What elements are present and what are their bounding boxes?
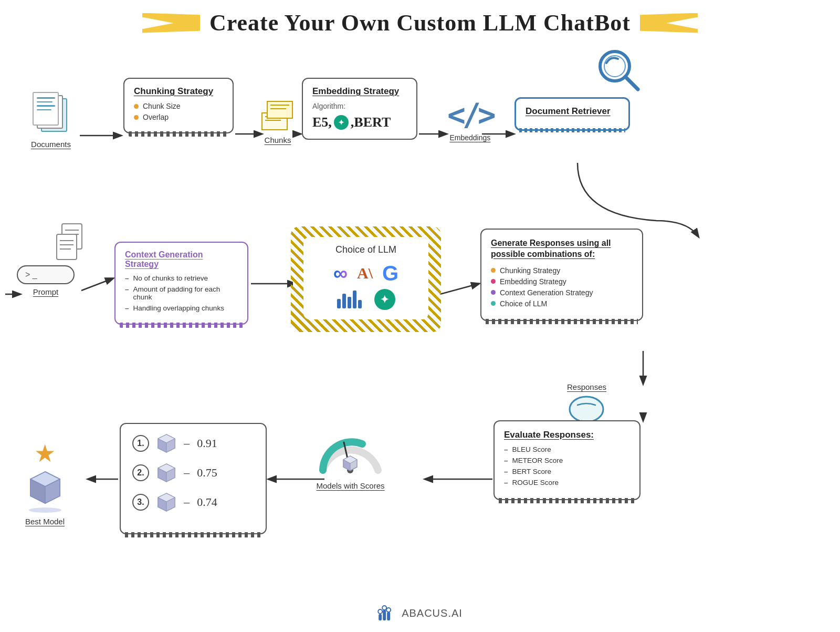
context-title: Context Generation Strategy xyxy=(125,250,238,269)
chunks-icon xyxy=(261,101,294,132)
rogue-label: ROGUE Score xyxy=(512,479,559,486)
brand-suffix: .AI xyxy=(448,607,462,619)
meta-logo-icon: ∞ xyxy=(333,263,348,283)
bleu-dash: – xyxy=(504,445,508,453)
rank-num-2: 2. xyxy=(132,464,149,481)
svg-rect-21 xyxy=(57,234,77,260)
prompt-section: > _ Prompt xyxy=(17,265,75,296)
bleu-score-item: – BLEU Score xyxy=(504,445,630,453)
rank-cube-2-icon xyxy=(156,463,176,483)
gen-embedding: Embedding Strategy xyxy=(491,277,633,286)
responses-label: Responses xyxy=(567,382,606,391)
gen-context-label: Context Generation Strategy xyxy=(500,288,593,297)
overlap-label: Overlap xyxy=(143,113,169,121)
documents-icon xyxy=(33,92,69,137)
chunk-size-label: Chunk Size xyxy=(143,102,181,110)
chunk-rect-top xyxy=(267,101,293,119)
evaluate-title: Evaluate Responses: xyxy=(504,430,630,440)
svg-rect-48 xyxy=(383,610,386,620)
ranked-models-box: 1. – 0.91 2. – 0.75 3. xyxy=(120,423,267,534)
code-embeddings-section: </> Embeddings xyxy=(447,100,493,142)
doc-page-front xyxy=(33,92,59,126)
title-area: Create Your Own Custom LLM ChatBot xyxy=(142,9,698,36)
rank-num-3: 3. xyxy=(132,494,149,511)
bert-label: BERT Score xyxy=(512,468,552,475)
best-model-section: ★ Best Model xyxy=(25,441,65,526)
footer: ABACUS.AI xyxy=(377,605,463,621)
abacus-logo-icon xyxy=(377,605,397,621)
rank-num-1: 1. xyxy=(132,435,149,452)
meteor-score-item: – METEOR Score xyxy=(504,457,630,464)
star-icon: ★ xyxy=(34,441,56,465)
svg-point-51 xyxy=(382,606,386,610)
documents-section: Documents xyxy=(22,92,80,149)
overlap-item: Overlap xyxy=(134,113,223,121)
rank-dash-1: – xyxy=(184,438,190,450)
svg-line-6 xyxy=(81,278,113,291)
chunk-size-dot xyxy=(134,104,139,109)
models-with-scores-label: Models with Scores xyxy=(316,481,384,490)
gen-llm-dot xyxy=(491,301,496,306)
rank-cube-1-icon xyxy=(156,433,176,453)
meteor-dash: – xyxy=(504,457,508,464)
svg-line-15 xyxy=(625,77,638,89)
page-title: Create Your Own Custom LLM ChatBot xyxy=(209,9,631,36)
embedding-models: E5, ,BERT xyxy=(312,115,407,130)
models-with-scores-section: Models with Scores xyxy=(315,426,386,490)
document-retriever-box: Document Retriever xyxy=(514,97,630,131)
gen-embedding-label: Embedding Strategy xyxy=(500,277,566,286)
gen-context: Context Generation Strategy xyxy=(491,288,633,297)
google-logo-icon: G xyxy=(382,263,398,284)
gen-chunking-label: Chunking Strategy xyxy=(500,266,560,275)
meteor-label: METEOR Score xyxy=(512,457,563,464)
context-item-1-label: No of chunks to retrieve xyxy=(133,274,208,282)
rank-row-2: 2. – 0.75 xyxy=(132,463,254,483)
embedding-strategy-box: Embedding Strategy Algorithm: E5, ,BERT xyxy=(302,78,417,140)
bleu-label: BLEU Score xyxy=(512,445,551,453)
rogue-score-item: – ROGUE Score xyxy=(504,479,630,486)
gen-embedding-dot xyxy=(491,279,496,284)
rank-score-1: 0.91 xyxy=(197,437,217,450)
rank-cube-3-icon xyxy=(156,492,176,512)
e5-label: E5, xyxy=(312,115,332,130)
main-container: Create Your Own Custom LLM ChatBot xyxy=(0,0,840,632)
svg-point-52 xyxy=(386,608,391,612)
rank-score-3: 0.74 xyxy=(197,495,217,509)
mistral-icon xyxy=(337,291,362,308)
rank-score-2: 0.75 xyxy=(197,466,217,480)
generate-title: Generate Responses using all possible co… xyxy=(491,238,633,260)
prompt-label: Prompt xyxy=(33,287,58,296)
gen-llm: Choice of LLM xyxy=(491,299,633,308)
embedding-title: Embedding Strategy xyxy=(312,86,407,97)
context-item-2: – Amount of padding for each chunk xyxy=(125,285,238,301)
dash-3: – xyxy=(125,304,129,312)
svg-point-50 xyxy=(378,609,382,614)
chatgpt-icon: ✦ xyxy=(374,289,395,310)
bert-label: ,BERT xyxy=(351,115,391,130)
rank-dash-2: – xyxy=(184,467,190,479)
llm-logos: ∞ A\ G xyxy=(311,263,421,284)
chunks-label: Chunks xyxy=(265,136,291,144)
gen-context-dot xyxy=(491,290,496,295)
openai-icon xyxy=(334,115,349,130)
context-item-3: – Handling overlapping chunks xyxy=(125,304,238,312)
chunk-size-item: Chunk Size xyxy=(134,102,223,110)
anthropic-logo-icon: A\ xyxy=(357,265,373,281)
chunking-strategy-box: Chunking Strategy Chunk Size Overlap xyxy=(123,78,234,133)
dash-2: – xyxy=(125,285,129,293)
llm-title: Choice of LLM xyxy=(311,244,421,255)
chunks-section: Chunks xyxy=(261,101,294,144)
bert-score-item: – BERT Score xyxy=(504,468,630,475)
documents-label: Documents xyxy=(31,140,71,149)
prompt-pill: > _ xyxy=(17,265,75,284)
best-model-cube-icon xyxy=(27,470,63,505)
rank-row-1: 1. – 0.91 xyxy=(132,433,254,453)
code-brackets-icon: </> xyxy=(447,100,493,130)
brand-name: ABACUS.AI xyxy=(402,607,463,619)
llm-logos-row2: ✦ xyxy=(311,289,421,310)
retriever-title: Document Retriever xyxy=(526,106,619,117)
chunking-title: Chunking Strategy xyxy=(134,86,223,97)
context-item-3-label: Handling overlapping chunks xyxy=(133,304,224,312)
gauge-icon xyxy=(315,426,386,478)
rogue-dash: – xyxy=(504,479,508,486)
